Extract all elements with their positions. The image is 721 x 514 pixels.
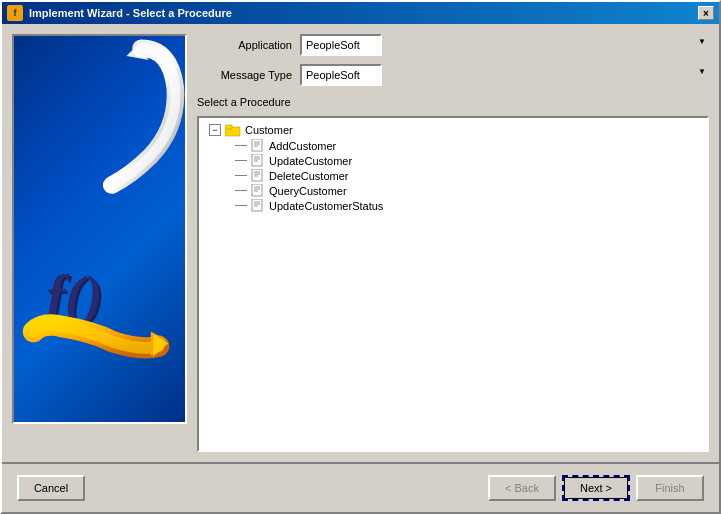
svg-rect-11: [252, 154, 262, 166]
procedure-tree[interactable]: − Customer: [197, 116, 709, 452]
message-type-label: Message Type: [197, 69, 292, 81]
decorative-panel: f() f(): [12, 34, 187, 424]
message-type-row: Message Type PeopleSoft: [197, 64, 709, 86]
tree-node-updatecustomer[interactable]: UpdateCustomer: [233, 153, 703, 168]
tree-node-updatecustomerstatus[interactable]: UpdateCustomerStatus: [233, 198, 703, 213]
tree-branch-line: [235, 190, 247, 191]
footer: Cancel < Back Next > Finish: [2, 462, 719, 512]
panel-graphic: f() f(): [14, 36, 185, 422]
tree-branch-line: [235, 175, 247, 176]
app-icon: f: [7, 5, 23, 21]
page-icon: [251, 169, 265, 182]
close-button[interactable]: ×: [698, 6, 714, 20]
page-icon: [251, 184, 265, 197]
node-label-updatecustomerstatus: UpdateCustomerStatus: [269, 200, 383, 212]
tree-node-addcustomer[interactable]: AddCustomer: [233, 138, 703, 153]
svg-rect-19: [252, 184, 262, 196]
finish-button[interactable]: Finish: [636, 475, 704, 501]
expand-icon-customer[interactable]: −: [209, 124, 221, 136]
window-title: Implement Wizard - Select a Procedure: [29, 7, 232, 19]
tree-branch-line: [235, 145, 247, 146]
folder-icon: [225, 123, 241, 137]
page-icon: [251, 199, 265, 212]
node-label-customer: Customer: [245, 124, 293, 136]
svg-rect-6: [225, 125, 232, 129]
tree-content: − Customer: [199, 118, 707, 217]
tree-node-deletecustomer[interactable]: DeleteCustomer: [233, 168, 703, 183]
application-select-wrapper: PeopleSoft: [300, 34, 709, 56]
main-content: f() f() Application PeopleSoft: [2, 24, 719, 462]
svg-rect-15: [252, 169, 262, 181]
cancel-button[interactable]: Cancel: [17, 475, 85, 501]
page-icon: [251, 154, 265, 167]
application-select[interactable]: PeopleSoft: [300, 34, 382, 56]
message-type-select-wrapper: PeopleSoft: [300, 64, 709, 86]
wizard-window: f Implement Wizard - Select a Procedure …: [0, 0, 721, 514]
node-label-addcustomer: AddCustomer: [269, 140, 336, 152]
page-icon: [251, 139, 265, 152]
application-label: Application: [197, 39, 292, 51]
back-button[interactable]: < Back: [488, 475, 556, 501]
message-type-select[interactable]: PeopleSoft: [300, 64, 382, 86]
node-label-updatecustomer: UpdateCustomer: [269, 155, 352, 167]
tree-branch-line: [235, 205, 247, 206]
section-label: Select a Procedure: [197, 96, 709, 108]
tree-branch-line: [235, 160, 247, 161]
svg-rect-23: [252, 199, 262, 211]
title-bar-content: f Implement Wizard - Select a Procedure: [7, 5, 232, 21]
application-row: Application PeopleSoft: [197, 34, 709, 56]
node-label-deletecustomer: DeleteCustomer: [269, 170, 348, 182]
svg-rect-7: [252, 139, 262, 151]
form-panel: Application PeopleSoft Message Type Peop…: [197, 34, 709, 452]
footer-buttons: < Back Next > Finish: [488, 475, 704, 501]
next-button[interactable]: Next >: [562, 475, 630, 501]
tree-node-querycustomer[interactable]: QueryCustomer: [233, 183, 703, 198]
title-bar: f Implement Wizard - Select a Procedure …: [2, 2, 719, 24]
tree-node-customer[interactable]: − Customer: [207, 122, 703, 138]
node-label-querycustomer: QueryCustomer: [269, 185, 347, 197]
